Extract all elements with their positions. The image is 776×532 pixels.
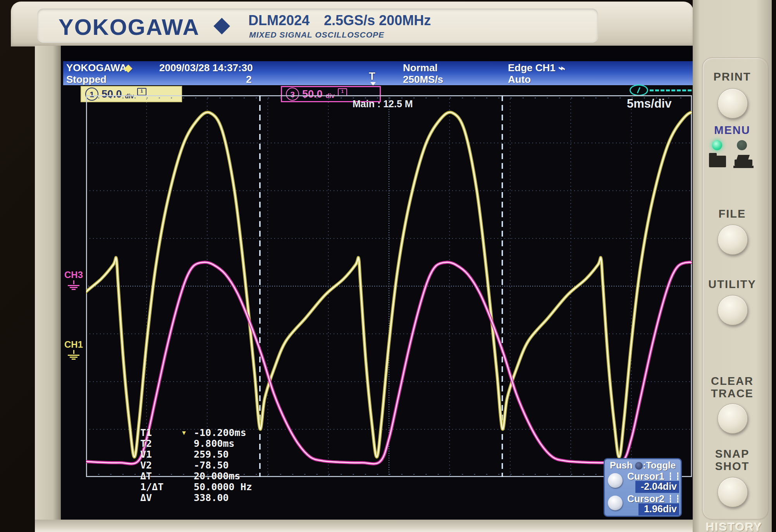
measurement-row: ΔT 20.000ms [140,471,252,482]
measurement-row: 1/ΔT 50.0000 Hz [140,482,252,493]
cursor2-knob-icon[interactable] [608,496,623,510]
trigger-position-marker: T [369,70,375,82]
waveform-plot [86,95,692,477]
acquisition-mode: Normal [403,62,438,74]
trigger-mode: Auto [508,74,531,86]
cursor-panel-title: Push :Toggle [605,460,681,471]
t1-source-marker: ▼ [182,427,194,438]
utility-label: UTILITY [693,278,772,291]
cursor1-knob-icon[interactable] [608,473,623,488]
acquisition-status: Stopped [66,74,107,86]
model-name: DLM2024 [248,12,310,29]
left-bezel [35,46,61,521]
ch3-position-marker: CH3 [63,269,84,290]
knob-icon [635,462,643,470]
utility-button[interactable] [717,295,748,325]
cursor-measurements: T1 ▼ -10.200ms T2 9.800ms V1 259.50 V2 -… [140,427,252,503]
measurement-row: T2 9.800ms [140,438,252,449]
waveform-area: Main : 12.5 M 5ms/div T1 ▼ -10.200ms T2 … [86,95,692,477]
menu-label: MENU [693,124,772,137]
snap-shot-label-1: SNAP [693,448,772,460]
brand-logo: YOKOGAWA [59,14,200,40]
brand-diamond-icon: ◆ [213,12,230,37]
timebase-label: 5ms/div [627,97,671,111]
ch1-trace [86,112,692,457]
clear-trace-button[interactable] [717,403,748,434]
cursor2-value: 1.96div [638,503,679,515]
ch1-position-marker: CH1 [63,339,84,360]
ch2-offscreen-icon [630,84,648,96]
cursor1-line-icon [670,472,678,480]
cursor2-row: Cursor2 1.96div [605,493,681,516]
acquisition-count: 2 [246,74,251,86]
ch3-ground-icon [67,285,80,290]
record-length-label: Main : 12.5 M [353,98,413,110]
cursor-panel: Push :Toggle Cursor1 -2.04div Cursor2 1.… [604,458,682,517]
status-bar: YOKOGAWA ◆ 2009/03/28 14:37:30 Normal Ed… [63,61,693,85]
snap-shot-label-2: SHOT [693,460,772,473]
measurement-row: ΔV 338.00 [140,493,252,503]
snap-shot-button[interactable] [717,477,748,507]
measurement-row: V1 259.50 [140,449,252,460]
screen-glass-edge [61,46,693,61]
trigger-type: Edge CH1 [508,62,556,74]
folder-icon [709,156,726,167]
clear-trace-label-1: CLEAR [693,375,772,388]
datetime: 2009/03/28 14:37:30 [159,62,253,74]
ch1-ground-icon [67,355,80,360]
measurement-row: T1 ▼ -10.200ms [140,427,252,438]
ch1-probe-icon: 1 [137,88,146,96]
file-button[interactable] [717,225,748,255]
rising-edge-icon: ⌁ [558,61,565,75]
clear-trace-label-2: TRACE [693,387,772,400]
screen-brand: YOKOGAWA [66,62,127,74]
screen-brand-diamond-icon: ◆ [124,62,132,74]
menu-led-on [712,140,722,150]
cursor1-row: Cursor1 -2.04div [605,471,681,493]
ch3-probe-icon: 1 [338,88,347,96]
sample-rate: 250MS/s [403,74,443,86]
printer-icon [735,160,752,166]
model-specs: 2.5GS/s 200MHz [324,12,431,29]
history-label: HISTORY [697,520,771,532]
measurement-row: V2 -78.50 [140,460,252,471]
model-subtitle: MIXED SIGNAL OSCILLOSCOPE [249,30,384,39]
cursor2-line-icon [670,495,678,503]
lcd-screen: YOKOGAWA ◆ 2009/03/28 14:37:30 Normal Ed… [61,46,693,520]
print-button[interactable] [717,88,748,118]
cursor1-value: -2.04div [635,481,679,493]
top-bezel: YOKOGAWA ◆ DLM2024 2.5GS/s 200MHz MIXED … [11,2,693,46]
ch2-dashed-line [650,89,692,91]
file-label: FILE [693,208,772,220]
brand-strip: YOKOGAWA ◆ DLM2024 2.5GS/s 200MHz MIXED … [37,9,598,43]
print-label: PRINT [693,70,772,83]
bottom-bezel [35,520,693,532]
menu-led-off [737,140,747,150]
